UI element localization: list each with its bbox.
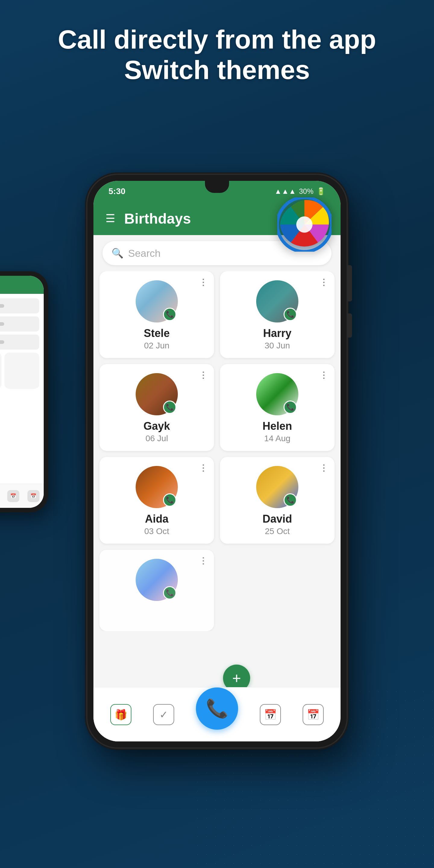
contact-card-stele[interactable]: ⋮ 📞 Stele 02 Jun [99,271,214,358]
card-menu-aida[interactable]: ⋮ [199,463,208,473]
call-badge-gayk[interactable]: 📞 [163,401,176,414]
call-badge-harry[interactable]: 📞 [284,308,297,321]
card-menu-extra[interactable]: ⋮ [199,556,208,566]
nav-calendar2[interactable]: 📅 [303,704,324,725]
call-badge-aida[interactable]: 📞 [163,493,176,507]
card-menu-stele[interactable]: ⋮ [199,277,208,287]
partial-row: ✓ [0,299,39,313]
nav-checklist[interactable]: ✓ [153,704,174,725]
partial-cards [0,352,39,389]
contact-card-aida[interactable]: ⋮ 📞 Aida 03 Oct [99,457,214,544]
contact-date-helen: 14 Aug [264,434,290,443]
partial-content: ✓ [0,294,44,484]
avatar-container-stele: 📞 [135,280,178,322]
contact-name-helen: Helen [262,420,292,433]
calendar-icon-1[interactable]: 📅 [260,704,281,725]
contact-date-stele: 02 Jun [144,341,169,350]
contacts-grid: ⋮ 📞 Stele 02 Jun ⋮ [93,271,341,631]
call-badge-stele[interactable]: 📞 [163,308,176,321]
camera-notch [205,181,229,193]
bottom-nav: 🎁 ✓ 📞 📅 📅 [93,687,341,741]
svg-point-1 [296,216,313,233]
status-time: 5:30 [108,187,125,196]
card-menu-harry[interactable]: ⋮ [319,277,329,287]
hero-line2: Switch themes [24,55,410,85]
signal-icon: ▲▲▲ [275,187,296,195]
hero-text: Call directly from the app Switch themes [0,24,434,85]
partial-text-1 [0,304,4,308]
gift-icon[interactable]: 🎁 [110,704,131,725]
card-menu-gayk[interactable]: ⋮ [199,370,208,380]
hero-line1: Call directly from the app [24,24,410,55]
phone-screen: 5:30 ▲▲▲ 30% 🔋 ☰ Birthdays + [93,181,341,741]
contact-date-aida: 03 Oct [144,527,169,536]
card-menu-helen[interactable]: ⋮ [319,370,329,380]
secondary-phone: ✓ 🎁 ✓ 📅 📅 [0,271,48,513]
contact-name-aida: Aida [145,513,168,525]
color-wheel[interactable] [277,197,332,252]
search-placeholder: Search [128,247,161,259]
phone-icon: 📞 [206,698,228,719]
phone-frame: 5:30 ▲▲▲ 30% 🔋 ☰ Birthdays + [87,175,347,747]
contact-name-david: David [262,513,292,525]
call-fab[interactable]: 📞 [196,687,238,730]
partial-row-3 [0,335,39,350]
partial-header [0,276,44,294]
nav-calendar1[interactable]: 📅 [260,704,281,725]
contact-date-gayk: 06 Jul [146,434,168,443]
partial-text-3 [0,340,4,344]
contact-card-harry[interactable]: ⋮ 📞 Harry 30 Jun [220,271,335,358]
call-badge-helen[interactable]: 📞 [284,401,297,414]
avatar-container-harry: 📞 [256,280,299,322]
avatar-container-helen: 📞 [256,373,299,415]
avatar-container-gayk: 📞 [135,373,178,415]
main-phone: 5:30 ▲▲▲ 30% 🔋 ☰ Birthdays + [87,175,347,747]
partial-row-2 [0,316,39,332]
avatar-container-extra: 📞 [135,559,178,601]
contact-date-david: 25 Oct [265,527,290,536]
hamburger-icon[interactable]: ☰ [105,212,115,225]
contact-name-harry: Harry [263,327,291,340]
contact-card-helen[interactable]: ⋮ 📞 Helen 14 Aug [220,364,335,451]
partial-bottom-nav: 🎁 ✓ 📅 📅 [0,484,44,508]
contact-card-gayk[interactable]: ⋮ 📞 Gayk 06 Jul [99,364,214,451]
partial-text-2 [0,322,4,326]
partial-card-2 [4,352,39,389]
calendar-icon-2[interactable]: 📅 [303,704,324,725]
avatar-container-david: 📞 [256,466,299,508]
contact-date-harry: 30 Jun [265,341,290,350]
partial-card-1 [0,352,1,389]
partial-nav-3: 📅 [7,490,19,502]
call-badge-extra[interactable]: 📞 [163,586,176,599]
status-icons: ▲▲▲ 30% 🔋 [275,187,326,195]
contact-card-extra[interactable]: ⋮ 📞 [99,550,214,631]
app-title: Birthdays [124,210,191,227]
partial-nav-4: 📅 [27,490,39,502]
call-badge-david[interactable]: 📞 [284,493,297,507]
contact-name-gayk: Gayk [144,420,170,433]
check-icon[interactable]: ✓ [153,704,174,725]
secondary-phone-screen: ✓ 🎁 ✓ 📅 📅 [0,276,44,508]
battery-icon: 🔋 [316,187,326,195]
card-menu-david[interactable]: ⋮ [319,463,329,473]
avatar-container-aida: 📞 [135,466,178,508]
contact-name-stele: Stele [144,327,170,340]
contact-card-david[interactable]: ⋮ 📞 David 25 Oct [220,457,335,544]
nav-gift[interactable]: 🎁 [110,704,131,725]
battery-indicator: 30% [299,187,313,195]
search-icon: 🔍 [112,247,124,259]
